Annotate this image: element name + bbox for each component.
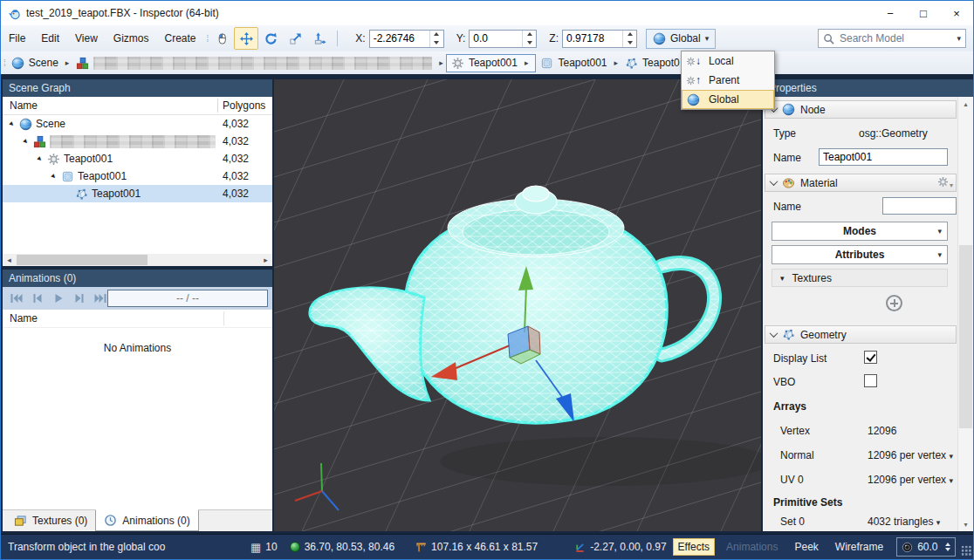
close-button[interactable]: × <box>940 1 973 25</box>
column-polygons[interactable]: Polygons <box>223 99 265 112</box>
menu-edit[interactable]: Edit <box>33 29 67 48</box>
tab-animations[interactable]: Animations (0) <box>95 509 198 531</box>
expander-icon[interactable]: ▸ <box>48 170 60 182</box>
move-tool-button[interactable] <box>234 27 258 50</box>
menu-file[interactable]: File <box>1 29 33 48</box>
geometry-section-header[interactable]: Geometry <box>765 325 957 344</box>
scroll-up-icon[interactable]: ▴ <box>958 97 973 111</box>
rotate-icon <box>264 32 278 45</box>
toggle-animations[interactable]: Animations <box>721 538 783 556</box>
tree-row-scene[interactable]: ▸ Scene 4,032 <box>3 115 272 133</box>
globe-icon <box>18 117 32 131</box>
column-name[interactable]: Name <box>10 312 38 324</box>
scroll-down-icon[interactable]: ▾ <box>958 517 973 531</box>
transform-menu-item-local[interactable]: Local <box>682 51 774 71</box>
display-list-checkbox[interactable] <box>864 351 877 364</box>
viewport-3d[interactable] <box>274 79 761 531</box>
material-section-header[interactable]: Material ▾ <box>765 174 957 192</box>
scroll-left-icon[interactable]: ◂ <box>3 254 16 266</box>
x-spinner[interactable] <box>429 31 443 47</box>
tab-label: Textures (0) <box>32 515 87 527</box>
tree-row-teapot001-transform[interactable]: ▸ Teapot001 4,032 <box>3 150 272 167</box>
x-input[interactable] <box>370 31 429 47</box>
minimize-button[interactable]: − <box>874 1 907 25</box>
tree-row-teapot001-group[interactable]: ▸ Teapot001 4,032 <box>3 167 272 185</box>
group-blocks-icon <box>76 57 89 70</box>
select-tool-button[interactable] <box>209 27 234 50</box>
material-name-input[interactable] <box>882 197 957 215</box>
z-label: Z: <box>549 32 559 44</box>
expander-icon[interactable]: ▸ <box>20 135 32 147</box>
column-name[interactable]: Name <box>10 99 38 112</box>
uv0-binding-dropdown[interactable]: 12096 per vertex ▾ <box>868 474 953 486</box>
properties-vscrollbar[interactable]: ▴ ▾ <box>957 97 973 531</box>
chevron-down-icon: ▾ <box>949 452 953 461</box>
search-dropdown-caret[interactable]: ▾ <box>957 34 961 43</box>
breadcrumb-teapot001-transform[interactable]: Teapot001 ▸ <box>446 54 537 72</box>
node-name-input[interactable] <box>819 148 948 166</box>
scale-icon <box>289 32 302 45</box>
tree-row-teapot001-geometry[interactable]: Teapot001 4,032 <box>3 185 272 202</box>
attributes-button[interactable]: Attributes ▾ <box>772 245 948 264</box>
tree-row-redacted[interactable]: ▸ 4,032 <box>3 133 272 150</box>
normal-binding-dropdown[interactable]: 12096 per vertex ▾ <box>868 449 953 461</box>
next-frame-button[interactable] <box>72 292 86 305</box>
expander-icon[interactable]: ▸ <box>6 118 18 130</box>
transform-menu-item-parent[interactable]: Parent <box>682 71 774 90</box>
breadcrumb-group-redacted[interactable] <box>72 55 436 72</box>
maximize-button[interactable]: □ <box>907 1 940 25</box>
sphere-icon <box>290 542 300 552</box>
breadcrumb-grip <box>3 58 4 68</box>
vbo-checkbox[interactable] <box>864 374 877 387</box>
chevron-down-icon: ▾ <box>936 518 941 527</box>
skip-to-end-button[interactable] <box>93 292 107 305</box>
breadcrumb-scene[interactable]: Scene <box>7 55 63 72</box>
column-divider[interactable] <box>217 99 218 113</box>
menu-view[interactable]: View <box>67 29 106 48</box>
y-spinner[interactable] <box>522 31 536 47</box>
z-spinner[interactable] <box>622 31 636 47</box>
scale-tool-button[interactable] <box>283 27 307 50</box>
tab-label: Animations (0) <box>122 515 189 527</box>
transform-space-button[interactable]: Global ▾ <box>646 29 716 49</box>
toggle-peek[interactable]: Peek <box>789 538 823 556</box>
toolbar-separator <box>337 31 338 46</box>
set0-dropdown[interactable]: 4032 triangles ▾ <box>868 516 940 528</box>
skip-to-start-button[interactable] <box>9 292 24 305</box>
place-tool-button[interactable] <box>307 27 332 50</box>
breadcrumb-separator: ▸ <box>65 58 70 67</box>
hscroll-thumb[interactable] <box>17 255 147 265</box>
menu-gizmos[interactable]: Gizmos <box>106 29 157 48</box>
play-button[interactable] <box>51 292 65 305</box>
menu-create[interactable]: Create <box>157 29 204 48</box>
expander-icon[interactable]: ▸ <box>34 153 46 165</box>
add-texture-button[interactable] <box>886 295 902 311</box>
material-settings-button[interactable]: ▾ <box>937 176 953 189</box>
vscroll-thumb[interactable] <box>959 245 972 428</box>
scroll-right-icon[interactable]: ▸ <box>259 254 272 266</box>
previous-frame-button[interactable] <box>30 292 45 305</box>
z-input[interactable] <box>563 31 622 47</box>
breadcrumb-label: Teapot0 <box>642 57 680 69</box>
node-name: Teapot001 <box>64 153 113 165</box>
fps-control[interactable]: 60.0 <box>896 537 955 557</box>
bounds-indicator: 107.16 x 46.61 x 81.57 <box>415 541 538 553</box>
search-input[interactable] <box>838 31 953 45</box>
y-input[interactable] <box>470 31 522 47</box>
toggle-wireframe[interactable]: Wireframe <box>830 538 888 556</box>
node-section-header[interactable]: Node <box>765 100 957 119</box>
scene-graph-hscrollbar[interactable]: ◂ ▸ <box>3 254 272 266</box>
rotate-tool-button[interactable] <box>258 27 283 50</box>
textures-expander[interactable]: ▾ Textures <box>772 269 948 287</box>
fps-spinner[interactable] <box>945 543 950 551</box>
transform-menu-item-global[interactable]: Global <box>682 90 774 109</box>
tab-textures[interactable]: Textures (0) <box>6 510 95 531</box>
properties-header: Properties <box>763 79 973 97</box>
resize-grip[interactable] <box>961 545 972 557</box>
toggle-effects[interactable]: Effects <box>673 538 715 556</box>
breadcrumb-teapot001-group[interactable]: Teapot001 <box>536 55 611 72</box>
animation-time-display: -- / -- <box>107 290 268 307</box>
breadcrumb-teapot001-geometry[interactable]: Teapot0 <box>621 55 684 72</box>
viewport-canvas[interactable] <box>274 79 761 531</box>
modes-button[interactable]: Modes ▾ <box>772 222 948 241</box>
